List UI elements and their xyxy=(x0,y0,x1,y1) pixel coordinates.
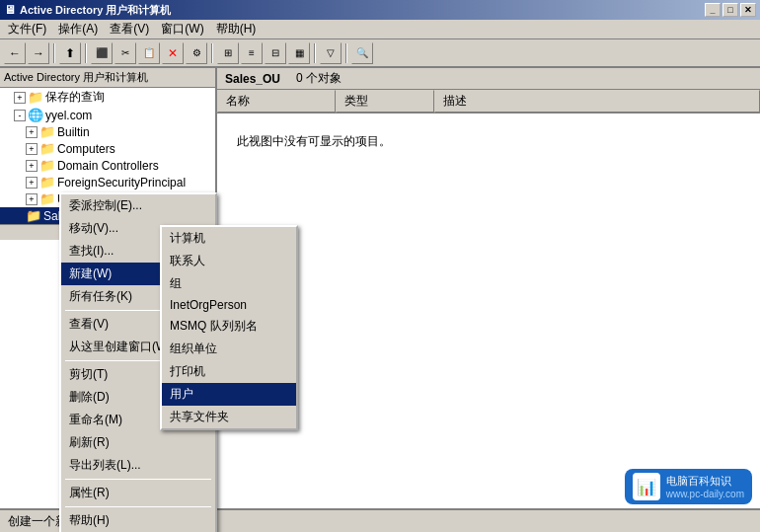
tree-label-computers: Computers xyxy=(57,142,115,156)
title-bar: 🖥 Active Directory 用户和计算机 _ □ ✕ xyxy=(0,0,760,20)
col-name[interactable]: 名称 xyxy=(217,90,336,113)
expand-icon-fsp[interactable]: + xyxy=(26,177,38,189)
domain-icon: 🌐 xyxy=(28,108,43,122)
copy-button[interactable]: ⬛ xyxy=(91,42,113,64)
properties-button[interactable]: ⚙ xyxy=(186,42,207,64)
right-header: Sales_OU 0 个对象 xyxy=(217,68,760,90)
expand-icon-domain[interactable]: - xyxy=(14,110,26,121)
sub-ou[interactable]: 组织单位 xyxy=(162,338,296,360)
sub-msmq[interactable]: MSMQ 队列别名 xyxy=(162,315,296,338)
tree-item-computers[interactable]: + 📁 Computers xyxy=(0,140,215,157)
menu-bar: 文件(F) 操作(A) 查看(V) 窗口(W) 帮助(H) xyxy=(0,20,760,39)
menu-file[interactable]: 文件(F) xyxy=(2,19,52,39)
ctx-sep-3 xyxy=(65,479,211,480)
ctx-refresh[interactable]: 刷新(R) xyxy=(61,431,215,454)
tb-btn-7[interactable]: ⊟ xyxy=(265,42,286,64)
tree-label-fsp: ForeignSecurityPrincipal xyxy=(57,176,186,190)
search-button[interactable]: 🔍 xyxy=(351,42,373,64)
ctx-sep-4 xyxy=(65,506,211,507)
sub-group[interactable]: 组 xyxy=(162,272,296,295)
delete-button[interactable]: ✕ xyxy=(162,42,184,64)
sub-computer[interactable]: 计算机 xyxy=(162,227,296,250)
folder-users-icon: 📁 xyxy=(39,191,55,206)
tree-label-domain: yyel.com xyxy=(45,109,92,122)
minimize-button[interactable]: _ xyxy=(705,3,721,17)
col-type[interactable]: 类型 xyxy=(336,90,434,113)
folder-dc-icon: 📁 xyxy=(39,158,55,173)
tree-item-saved-queries[interactable]: + 📁 保存的查询 xyxy=(0,88,215,107)
expand-icon-users[interactable]: + xyxy=(26,193,38,205)
tree-label-builtin: Builtin xyxy=(57,125,90,139)
up-button[interactable]: ⬆ xyxy=(59,42,81,64)
tree-item-builtin[interactable]: + 📁 Builtin xyxy=(0,123,215,140)
close-button[interactable]: ✕ xyxy=(740,3,756,17)
tb-btn-8[interactable]: ▦ xyxy=(288,42,310,64)
expand-icon-dc[interactable]: + xyxy=(26,160,38,172)
watermark-url: www.pc-daily.com xyxy=(666,489,744,499)
watermark-icon: 📊 xyxy=(633,473,660,500)
watermark: 📊 电脑百科知识 www.pc-daily.com xyxy=(625,469,752,504)
tree-item-fsp[interactable]: + 📁 ForeignSecurityPrincipal xyxy=(0,174,215,190)
maximize-button[interactable]: □ xyxy=(722,3,738,17)
ou-name: Sales_OU xyxy=(225,72,280,86)
new-submenu[interactable]: 计算机 联系人 组 InetOrgPerson MSMQ 队列别名 组织单位 打… xyxy=(160,225,298,430)
tb-btn-5[interactable]: ⊞ xyxy=(217,42,239,64)
tree-label-dc: Domain Controllers xyxy=(57,159,159,173)
tb-sep-2 xyxy=(85,43,87,63)
col-desc[interactable]: 描述 xyxy=(434,90,760,113)
ctx-delegate[interactable]: 委派控制(E)... xyxy=(61,194,215,217)
object-count: 0 个对象 xyxy=(296,70,342,87)
column-headers: 名称 类型 描述 xyxy=(217,90,760,114)
menu-view[interactable]: 查看(V) xyxy=(104,19,155,39)
paste-button[interactable]: 📋 xyxy=(138,42,160,64)
expand-icon-builtin[interactable]: + xyxy=(26,126,38,138)
tree-label: 保存的查询 xyxy=(45,89,105,106)
sub-printer[interactable]: 打印机 xyxy=(162,360,296,383)
folder-computers-icon: 📁 xyxy=(39,141,55,156)
expand-icon-computers[interactable]: + xyxy=(26,143,38,155)
sub-share[interactable]: 共享文件夹 xyxy=(162,406,296,428)
folder-icon: 📁 xyxy=(28,90,43,105)
right-panel: Sales_OU 0 个对象 名称 类型 描述 此视图中没有可显示的项目。 xyxy=(217,68,760,508)
tb-sep-3 xyxy=(211,43,213,63)
expand-icon[interactable]: + xyxy=(14,92,26,104)
tb-sep-1 xyxy=(53,43,55,63)
cut-button[interactable]: ✂ xyxy=(114,42,136,64)
empty-message: 此视图中没有可显示的项目。 xyxy=(217,114,760,170)
sub-inetorgperson[interactable]: InetOrgPerson xyxy=(162,295,296,315)
menu-help[interactable]: 帮助(H) xyxy=(210,19,263,39)
folder-salesou-icon: 📁 xyxy=(26,208,41,223)
title-bar-text: Active Directory 用户和计算机 xyxy=(20,3,171,18)
tree-item-dc[interactable]: + 📁 Domain Controllers xyxy=(0,157,215,174)
ctx-help[interactable]: 帮助(H) xyxy=(61,509,215,532)
folder-fsp-icon: 📁 xyxy=(39,175,55,190)
tree-header: Active Directory 用户和计算机 xyxy=(0,68,215,88)
watermark-title: 电脑百科知识 xyxy=(666,474,744,488)
back-button[interactable]: ← xyxy=(4,42,26,64)
tb-sep-5 xyxy=(345,43,347,63)
app-icon: 🖥 xyxy=(4,3,16,17)
sub-user[interactable]: 用户 xyxy=(162,383,296,406)
tb-btn-6[interactable]: ≡ xyxy=(241,42,263,64)
filter-button[interactable]: ▽ xyxy=(320,42,342,64)
tb-sep-4 xyxy=(314,43,316,63)
menu-action[interactable]: 操作(A) xyxy=(52,19,104,39)
folder-builtin-icon: 📁 xyxy=(39,124,55,139)
ctx-properties[interactable]: 属性(R) xyxy=(61,482,215,504)
tree-item-domain[interactable]: - 🌐 yyel.com xyxy=(0,107,215,123)
menu-window[interactable]: 窗口(W) xyxy=(155,19,209,39)
ctx-export[interactable]: 导出列表(L)... xyxy=(61,454,215,477)
forward-button[interactable]: → xyxy=(28,42,49,64)
sub-contact[interactable]: 联系人 xyxy=(162,250,296,272)
toolbar: ← → ⬆ ⬛ ✂ 📋 ✕ ⚙ ⊞ ≡ ⊟ ▦ ▽ 🔍 xyxy=(0,39,760,67)
